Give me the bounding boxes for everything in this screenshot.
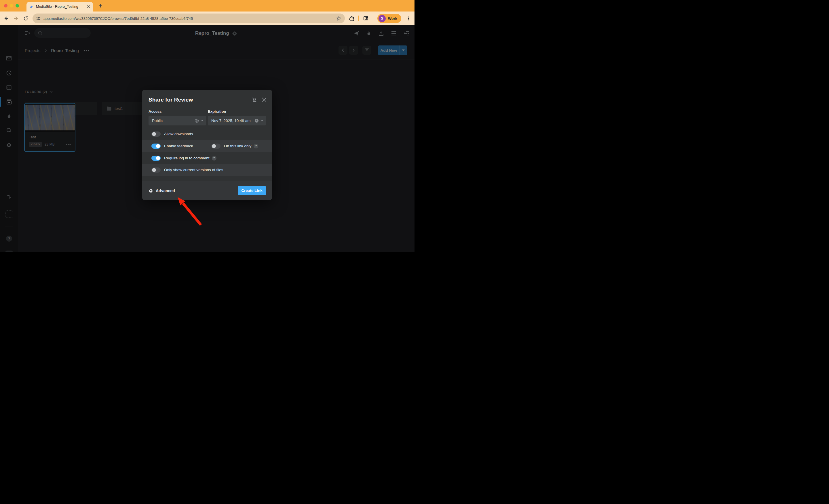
caret-down-icon [261,120,263,121]
bookmark-star-icon[interactable] [336,16,341,21]
create-link-label: Create Link [241,188,262,193]
window-controls[interactable] [4,4,19,7]
enable-feedback-label: Enable feedback [164,144,193,148]
extensions-icon[interactable] [349,16,354,21]
close-window-button[interactable] [4,4,7,7]
access-select[interactable]: Public [148,116,206,125]
mediasilo-logo [29,5,34,9]
on-this-link-only-toggle[interactable] [211,144,220,149]
toolbar-divider [358,15,359,21]
caret-down-icon [201,120,204,121]
reload-icon[interactable] [23,16,29,21]
dialog-title: Share for Review [148,96,193,103]
access-label: Access [148,109,162,114]
help-icon[interactable]: ? [254,144,258,148]
allow-downloads-toggle[interactable] [151,131,160,137]
red-arrow [173,193,207,229]
on-this-link-only-label: On this link only [224,144,251,148]
current-versions-toggle[interactable] [151,167,160,172]
option-row-allow-downloads: Allow downloads [142,128,272,140]
globe-icon [194,119,199,123]
browser-toolbar: app.mediasilo.com/ws/382067397CJOO/brows… [0,11,414,25]
browser-tab[interactable]: MediaSilo - Repro_Testing [27,2,93,11]
current-versions-label: Only show current versions of files [164,168,223,172]
browser-window: MediaSilo - Repro_Testing app.mediasilo.… [0,0,414,252]
clock-icon [254,119,259,123]
tab-search-icon[interactable] [363,15,369,21]
require-login-toggle[interactable] [151,156,160,161]
minimize-window-button[interactable] [10,4,13,7]
option-row-enable-feedback: Enable feedback On this link only ? [142,140,272,152]
avatar: S [379,15,386,22]
create-link-button[interactable]: Create Link [238,186,266,195]
gear-icon [148,188,153,193]
advanced-label: Advanced [156,188,175,193]
require-login-label: Require log in to comment [164,156,210,160]
help-icon[interactable]: ? [212,156,216,160]
forward-icon[interactable] [13,15,19,21]
share-for-review-dialog: Share for Review Access Expiration Publi… [142,90,272,200]
tab-title: MediaSilo - Repro_Testing [36,5,85,9]
notifications-off-icon[interactable] [252,97,257,103]
profile-chip[interactable]: S Work [377,14,401,23]
allow-downloads-label: Allow downloads [164,132,193,136]
back-icon[interactable] [3,15,9,21]
tab-close-icon[interactable] [87,5,90,8]
maximize-window-button[interactable] [15,4,19,7]
toolbar-divider [373,15,373,21]
close-icon[interactable] [262,98,266,102]
expiration-value: Nov 7, 2025, 10:49 am [211,119,252,123]
url-text[interactable]: app.mediasilo.com/ws/382067397CJOO/brows… [43,16,333,21]
enable-feedback-toggle[interactable] [151,144,160,149]
kebab-menu-icon[interactable] [406,16,411,21]
tab-strip: MediaSilo - Repro_Testing [0,0,414,11]
url-bar[interactable]: app.mediasilo.com/ws/382067397CJOO/brows… [33,13,345,23]
access-value: Public [152,119,192,123]
advanced-button[interactable]: Advanced [148,181,175,200]
expiration-label: Expiration [208,109,226,114]
tune-icon[interactable] [36,16,41,21]
option-row-current-versions: Only show current versions of files [142,164,272,176]
option-row-require-login: Require log in to comment ? [142,152,272,164]
profile-label: Work [388,16,397,21]
expiration-select[interactable]: Nov 7, 2025, 10:49 am [208,116,266,125]
new-tab-icon[interactable] [98,3,103,8]
